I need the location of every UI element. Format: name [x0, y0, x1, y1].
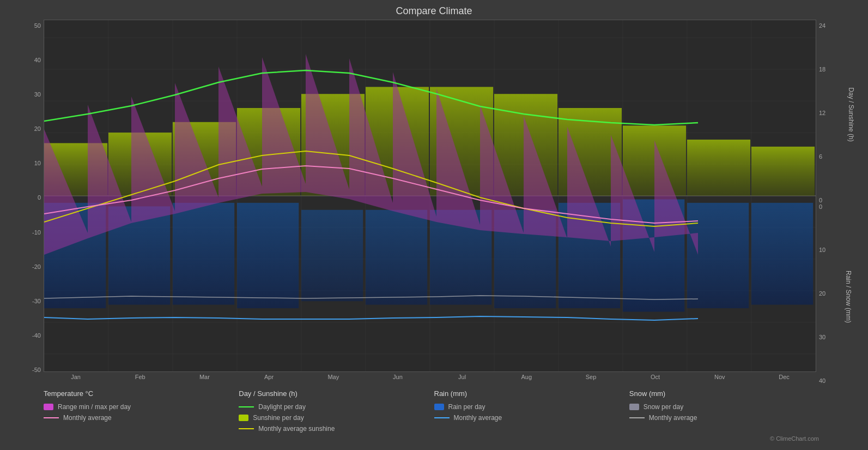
legend-item-rain: Rain per day — [434, 403, 629, 411]
legend-group-rain: Rain (mm) Rain per day Monthly average — [434, 389, 629, 433]
legend-label-temp-range: Range min / max per day — [58, 403, 131, 411]
legend-title-temperature: Temperature °C — [44, 389, 239, 398]
legend-item-snow-avg: Monthly average — [629, 414, 824, 422]
main-container: Compare Climate 50 40 30 20 10 0 -10 -20… — [0, 0, 868, 450]
x-tick-aug: Aug — [494, 374, 559, 380]
right-tick-24: 24 — [819, 22, 825, 29]
legend-item-temp-range: Range min / max per day — [44, 403, 239, 411]
x-tick-sep: Sep — [559, 374, 623, 380]
legend-swatch-temp-range — [44, 404, 53, 410]
legend-label-rain-avg: Monthly average — [454, 414, 502, 422]
chart-plot: Barcelona Barcelona ClimeChart.com Clime… — [44, 20, 816, 372]
legend-label-snow-avg: Monthly average — [649, 414, 697, 422]
left-tick-neg10: -10 — [32, 229, 41, 236]
svg-rect-28 — [173, 203, 234, 305]
legend-title-rain: Rain (mm) — [434, 389, 629, 398]
legend-item-snow: Snow per day — [629, 403, 824, 411]
legend-title-sunshine: Day / Sunshine (h) — [239, 389, 434, 398]
legend-item-sunshine: Sunshine per day — [239, 414, 434, 422]
svg-rect-29 — [237, 203, 299, 308]
svg-rect-49 — [751, 147, 815, 196]
x-tick-mar: Mar — [172, 374, 236, 380]
right-tick-10: 10 — [819, 247, 825, 253]
svg-rect-36 — [687, 203, 749, 308]
right-axis-label-upper: Day / Sunshine (h) — [847, 87, 854, 141]
x-tick-oct: Oct — [623, 374, 688, 380]
legend-label-sunshine: Sunshine per day — [253, 414, 304, 422]
legend-area: Temperature °C Range min / max per day M… — [11, 384, 857, 435]
legend-group-sunshine: Day / Sunshine (h) Daylight per day Suns… — [239, 389, 434, 433]
right-tick-0-upper: 0 — [819, 197, 822, 203]
x-tick-feb: Feb — [108, 374, 172, 380]
x-tick-jan: Jan — [44, 374, 108, 380]
right-tick-30: 30 — [819, 334, 825, 340]
left-tick-neg20: -20 — [32, 263, 41, 270]
legend-line-temp-avg — [44, 417, 59, 418]
x-tick-may: May — [301, 374, 366, 380]
legend-label-rain: Rain per day — [448, 403, 485, 411]
legend-swatch-rain — [434, 404, 444, 410]
left-tick-50: 50 — [34, 22, 41, 29]
right-tick-12: 12 — [819, 110, 825, 116]
legend-label-snow: Snow per day — [644, 403, 683, 411]
legend-label-sunshine-avg: Monthly average sunshine — [258, 425, 335, 433]
x-axis: Jan Feb Mar Apr May Jun Jul Aug Sep Oct … — [44, 372, 816, 384]
legend-item-sunshine-avg: Monthly average sunshine — [239, 425, 434, 433]
svg-rect-30 — [301, 210, 363, 301]
right-tick-20: 20 — [819, 290, 825, 297]
chart-area: 50 40 30 20 10 0 -10 -20 -30 -40 -50 Bar… — [11, 20, 857, 384]
legend-label-daylight: Daylight per day — [258, 403, 306, 411]
left-tick-20: 20 — [34, 125, 41, 132]
x-tick-apr: Apr — [237, 374, 301, 380]
right-tick-18: 18 — [819, 66, 825, 73]
right-axis: 24 18 12 6 0 0 10 20 30 40 Day / Sunshin… — [816, 20, 857, 384]
svg-rect-37 — [751, 203, 813, 305]
chart-inner: Barcelona Barcelona ClimeChart.com Clime… — [44, 20, 816, 384]
right-tick-40: 40 — [819, 377, 825, 384]
left-tick-0: 0 — [38, 194, 41, 201]
legend-swatch-sunshine — [239, 415, 248, 421]
left-tick-neg50: -50 — [32, 367, 41, 373]
left-tick-30: 30 — [34, 91, 41, 98]
right-tick-0-lower: 0 — [819, 203, 822, 210]
x-tick-jul: Jul — [430, 374, 494, 380]
legend-group-snow: Snow (mm) Snow per day Monthly average — [629, 389, 824, 433]
legend-item-temp-avg: Monthly average — [44, 414, 239, 422]
left-tick-neg40: -40 — [32, 332, 41, 339]
legend-label-temp-avg: Monthly average — [63, 414, 112, 422]
left-axis: 50 40 30 20 10 0 -10 -20 -30 -40 -50 — [11, 20, 44, 384]
legend-line-daylight — [239, 406, 254, 407]
legend-group-temperature: Temperature °C Range min / max per day M… — [44, 389, 239, 433]
right-tick-6: 6 — [819, 153, 822, 160]
legend-line-snow-avg — [629, 417, 645, 418]
chart-title: Compare Climate — [11, 5, 857, 17]
x-tick-dec: Dec — [752, 374, 816, 380]
left-tick-neg30: -30 — [32, 298, 41, 304]
legend-title-snow: Snow (mm) — [629, 389, 824, 398]
legend-item-rain-avg: Monthly average — [434, 414, 629, 422]
svg-rect-31 — [366, 210, 427, 305]
right-axis-label-lower: Rain / Snow (mm) — [845, 271, 852, 323]
legend-swatch-snow — [629, 404, 639, 410]
legend-line-rain-avg — [434, 417, 450, 418]
legend-line-sunshine-avg — [239, 428, 254, 429]
copyright: © ClimeChart.com — [11, 435, 857, 445]
x-tick-nov: Nov — [688, 374, 752, 380]
left-tick-40: 40 — [34, 57, 41, 63]
x-tick-jun: Jun — [366, 374, 430, 380]
svg-rect-48 — [687, 140, 750, 196]
legend-item-daylight: Daylight per day — [239, 403, 434, 411]
left-tick-10: 10 — [34, 160, 41, 166]
chart-svg — [44, 20, 816, 371]
